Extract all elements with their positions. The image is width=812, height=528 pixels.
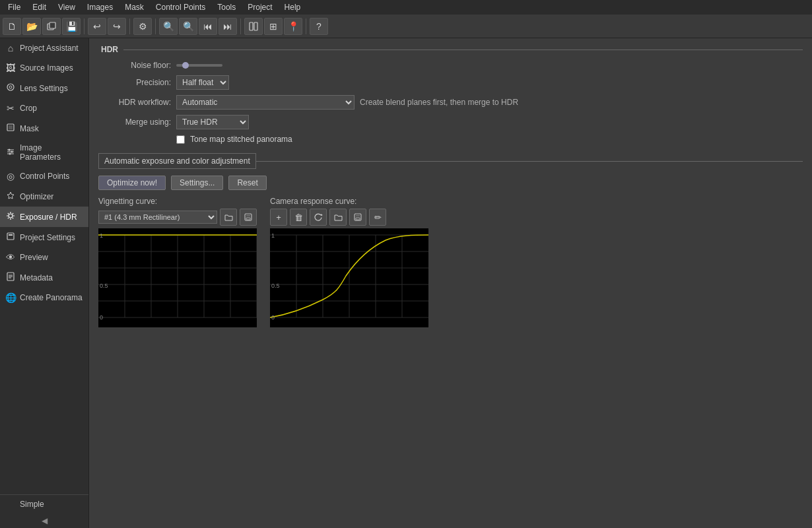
search-zoom-button[interactable]: 🔍	[179, 18, 197, 35]
sep5	[306, 18, 306, 34]
preview-icon: 👁	[5, 252, 16, 263]
sidebar-item-image-parameters[interactable]: Image Parameters	[0, 139, 88, 166]
copy-button[interactable]	[42, 18, 61, 35]
location-button[interactable]: 📍	[284, 18, 302, 35]
skip-back-button[interactable]: ⏮	[199, 18, 217, 35]
vignetting-controls: #1 (4.3 mm Rectilinear)	[98, 209, 257, 226]
camera-reset-button[interactable]	[310, 209, 327, 226]
svg-point-13	[9, 152, 11, 154]
svg-line-21	[13, 213, 13, 214]
settings-button-exposure[interactable]: Settings...	[171, 176, 223, 190]
camera-open-file-button[interactable]	[329, 209, 347, 226]
sidebar-item-project-settings[interactable]: Project Settings	[0, 227, 88, 248]
sidebar-label-metadata: Metadata	[20, 273, 53, 282]
content-area: HDR Noise floor: Precision: Half float F…	[89, 38, 812, 528]
menu-edit[interactable]: Edit	[27, 1, 51, 13]
sep3	[155, 18, 156, 34]
optimize-now-button[interactable]: Optimize now!	[98, 176, 166, 190]
sidebar-item-project-assistant[interactable]: ⌂ Project Assistant	[0, 38, 88, 58]
menu-help[interactable]: Help	[279, 1, 306, 13]
sidebar-item-create-panorama[interactable]: 🌐 Create Panorama	[0, 288, 88, 308]
vignetting-curve-label: Vignetting curve:	[98, 197, 257, 206]
svg-rect-3	[254, 22, 257, 30]
hdr-section-line	[123, 50, 803, 50]
tone-map-checkbox[interactable]	[176, 135, 185, 144]
sidebar-item-mask[interactable]: Mask	[0, 118, 88, 139]
stitch-button[interactable]	[244, 18, 263, 35]
search-button[interactable]: 🔍	[159, 18, 178, 35]
skip-forward-button[interactable]: ⏭	[219, 18, 237, 35]
vignetting-lens-select[interactable]: #1 (4.3 mm Rectilinear)	[98, 211, 217, 224]
settings-button[interactable]: ⚙	[133, 18, 152, 35]
hdr-section-header: HDR	[98, 45, 803, 54]
svg-rect-2	[250, 22, 253, 30]
camera-chart-container: 1 0.5 0	[270, 228, 428, 327]
merge-using-select[interactable]: True HDR Exposure Fusion None	[176, 115, 249, 129]
sidebar-item-metadata[interactable]: Metadata	[0, 267, 88, 288]
collapse-icon: ◀	[42, 516, 48, 525]
menu-project[interactable]: Project	[242, 1, 277, 13]
panorama-icon: 🌐	[5, 292, 16, 303]
sep1	[84, 18, 85, 34]
vignetting-save-button[interactable]	[240, 209, 257, 226]
merge-using-row: Merge using: True HDR Exposure Fusion No…	[98, 115, 803, 129]
svg-text:0.5: 0.5	[271, 282, 280, 289]
sidebar-item-source-images[interactable]: 🖼 Source Images	[0, 58, 88, 78]
collapse-sidebar-button[interactable]: ◀	[0, 513, 88, 528]
lens-icon	[5, 82, 16, 94]
camera-edit-button[interactable]: ✏	[369, 209, 386, 226]
control-points-icon: ◎	[5, 171, 16, 182]
grid-button[interactable]: ⊞	[264, 18, 283, 35]
menu-images[interactable]: Images	[82, 1, 118, 13]
open-button[interactable]: 📂	[22, 18, 41, 35]
save-button[interactable]: 💾	[62, 18, 81, 35]
help-button[interactable]: ?	[310, 18, 328, 35]
sidebar-item-preview[interactable]: 👁 Preview	[0, 248, 88, 267]
svg-rect-31	[246, 218, 250, 220]
menu-mask[interactable]: Mask	[119, 1, 149, 13]
sidebar-label-crop: Crop	[20, 104, 37, 113]
precision-select[interactable]: Half float Float Double	[176, 75, 229, 90]
svg-rect-7	[9, 125, 13, 129]
new-button[interactable]: 🗋	[3, 18, 21, 35]
noise-floor-slider-container	[176, 64, 222, 67]
camera-response-controls: + 🗑	[270, 209, 428, 226]
mask-icon	[5, 123, 16, 134]
sidebar-label-optimizer: Optimizer	[20, 192, 53, 201]
sidebar-bottom: Simple ◀	[0, 494, 88, 528]
sidebar-label-exposure-hdr: Exposure / HDR	[20, 213, 77, 222]
camera-add-button[interactable]: +	[270, 209, 287, 226]
noise-floor-slider[interactable]	[176, 64, 222, 67]
redo-button[interactable]: ↪	[108, 18, 126, 35]
precision-label: Precision:	[98, 78, 171, 87]
sidebar-label-source-images: Source Images	[20, 63, 73, 73]
sidebar-item-crop[interactable]: ✂ Crop	[0, 98, 88, 118]
menubar: File Edit View Images Mask Control Point…	[0, 0, 812, 15]
sidebar-item-exposure-hdr[interactable]: Exposure / HDR	[0, 207, 88, 227]
reset-button[interactable]: Reset	[228, 176, 266, 190]
noise-floor-label: Noise floor:	[98, 61, 171, 70]
hdr-workflow-row: HDR workflow: Automatic Manual Create bl…	[98, 95, 803, 110]
menu-tools[interactable]: Tools	[212, 1, 241, 13]
sidebar-item-lens-settings[interactable]: Lens Settings	[0, 78, 88, 98]
svg-text:0: 0	[100, 314, 103, 321]
svg-text:1: 1	[100, 232, 103, 239]
sidebar-item-control-points[interactable]: ◎ Control Points	[0, 166, 88, 186]
sidebar-item-optimizer[interactable]: Optimizer	[0, 186, 88, 207]
menu-file[interactable]: File	[3, 1, 26, 13]
sidebar-label-control-points: Control Points	[20, 172, 69, 181]
camera-save-file-button[interactable]	[349, 209, 366, 226]
hdr-workflow-select[interactable]: Automatic Manual	[176, 95, 355, 110]
sep4	[240, 18, 241, 34]
svg-point-11	[9, 148, 11, 150]
svg-line-22	[8, 218, 9, 218]
vignetting-open-folder-button[interactable]	[220, 209, 237, 226]
camera-delete-button[interactable]: 🗑	[290, 209, 307, 226]
sidebar-label-image-parameters: Image Parameters	[20, 143, 83, 162]
svg-rect-1	[50, 22, 55, 28]
undo-button[interactable]: ↩	[88, 18, 106, 35]
svg-rect-24	[9, 234, 13, 236]
sidebar-item-simple[interactable]: Simple	[0, 495, 88, 513]
menu-view[interactable]: View	[53, 1, 81, 13]
menu-control-points[interactable]: Control Points	[151, 1, 211, 13]
